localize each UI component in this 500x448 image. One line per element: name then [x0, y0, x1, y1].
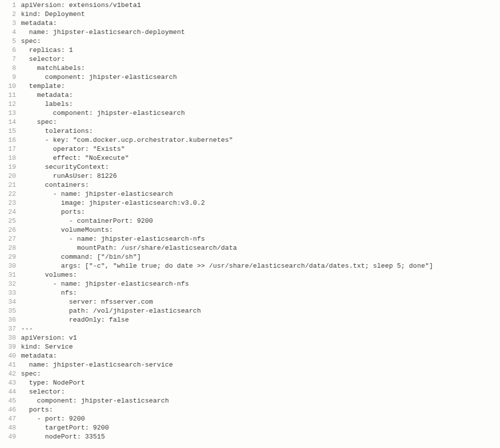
code-line[interactable]: - name: jhipster-elasticsearch-nfs [21, 280, 500, 289]
code-line[interactable]: - port: 9200 [21, 415, 500, 424]
code-line[interactable]: metadata: [21, 91, 500, 100]
code-line[interactable]: metadata: [21, 19, 500, 28]
line-number: 45 [0, 397, 16, 406]
line-number: 49 [0, 433, 16, 442]
code-line[interactable]: readOnly: false [21, 316, 500, 325]
code-line[interactable]: volumes: [21, 271, 500, 280]
code-line[interactable]: - name: jhipster-elasticsearch-nfs [21, 235, 500, 244]
line-number: 8 [0, 64, 16, 73]
line-number: 41 [0, 361, 16, 370]
line-number: 39 [0, 343, 16, 352]
code-line[interactable]: spec: [21, 370, 500, 379]
code-line[interactable]: args: ["-c", "while true; do date >> /us… [21, 262, 500, 271]
line-number: 23 [0, 199, 16, 208]
code-line[interactable]: component: jhipster-elasticsearch [21, 397, 500, 406]
code-line[interactable]: mountPath: /usr/share/elasticsearch/data [21, 244, 500, 253]
code-line[interactable]: - key: "com.docker.ucp.orchestrator.kube… [21, 136, 500, 145]
line-number: 43 [0, 379, 16, 388]
code-line[interactable]: operator: "Exists" [21, 145, 500, 154]
line-number: 29 [0, 253, 16, 262]
code-line[interactable]: ports: [21, 406, 500, 415]
code-line[interactable]: component: jhipster-elasticsearch [21, 109, 500, 118]
line-number: 11 [0, 91, 16, 100]
line-number: 48 [0, 424, 16, 433]
line-number-gutter: 1234567891011121314151617181920212223242… [0, 1, 21, 442]
line-number: 36 [0, 316, 16, 325]
line-number: 46 [0, 406, 16, 415]
code-line[interactable]: name: jhipster-elasticsearch-deployment [21, 28, 500, 37]
line-number: 37 [0, 325, 16, 334]
code-line[interactable]: targetPort: 9200 [21, 424, 500, 433]
line-number: 24 [0, 208, 16, 217]
line-number: 6 [0, 46, 16, 55]
line-number: 38 [0, 334, 16, 343]
line-number: 18 [0, 154, 16, 163]
code-line[interactable]: selector: [21, 388, 500, 397]
code-line[interactable]: kind: Service [21, 343, 500, 352]
line-number: 2 [0, 10, 16, 19]
line-number: 5 [0, 37, 16, 46]
code-line[interactable]: component: jhipster-elasticsearch [21, 73, 500, 82]
code-line[interactable]: matchLabels: [21, 64, 500, 73]
code-line[interactable]: path: /vol/jhipster-elasticsearch [21, 307, 500, 316]
code-line[interactable]: tolerations: [21, 127, 500, 136]
code-editor[interactable]: 1234567891011121314151617181920212223242… [0, 1, 500, 442]
line-number: 7 [0, 55, 16, 64]
code-line[interactable]: --- [21, 325, 500, 334]
line-number: 35 [0, 307, 16, 316]
line-number: 27 [0, 235, 16, 244]
line-number: 19 [0, 163, 16, 172]
line-number: 15 [0, 127, 16, 136]
line-number: 16 [0, 136, 16, 145]
line-number: 31 [0, 271, 16, 280]
code-line[interactable]: type: NodePort [21, 379, 500, 388]
line-number: 14 [0, 118, 16, 127]
line-number: 44 [0, 388, 16, 397]
code-line[interactable]: nfs: [21, 289, 500, 298]
line-number: 20 [0, 172, 16, 181]
code-line[interactable]: command: ["/bin/sh"] [21, 253, 500, 262]
code-line[interactable]: labels: [21, 100, 500, 109]
code-line[interactable]: spec: [21, 37, 500, 46]
line-number: 17 [0, 145, 16, 154]
code-line[interactable]: ports: [21, 208, 500, 217]
code-line[interactable]: - containerPort: 9200 [21, 217, 500, 226]
code-line[interactable]: image: jhipster-elasticsearch:v3.0.2 [21, 199, 500, 208]
line-number: 4 [0, 28, 16, 37]
line-number: 42 [0, 370, 16, 379]
line-number: 21 [0, 181, 16, 190]
code-line[interactable]: effect: "NoExecute" [21, 154, 500, 163]
code-line[interactable]: apiVersion: v1 [21, 334, 500, 343]
code-line[interactable]: volumeMounts: [21, 226, 500, 235]
line-number: 3 [0, 19, 16, 28]
line-number: 9 [0, 73, 16, 82]
line-number: 1 [0, 1, 16, 10]
code-line[interactable]: metadata: [21, 352, 500, 361]
line-number: 10 [0, 82, 16, 91]
code-line[interactable]: securityContext: [21, 163, 500, 172]
line-number: 47 [0, 415, 16, 424]
code-line[interactable]: apiVersion: extensions/v1beta1 [21, 1, 500, 10]
code-line[interactable]: nodePort: 33515 [21, 433, 500, 442]
code-content[interactable]: apiVersion: extensions/v1beta1kind: Depl… [21, 1, 500, 442]
line-number: 22 [0, 190, 16, 199]
line-number: 34 [0, 298, 16, 307]
code-line[interactable]: - name: jhipster-elasticsearch [21, 190, 500, 199]
line-number: 32 [0, 280, 16, 289]
code-line[interactable]: selector: [21, 55, 500, 64]
code-line[interactable]: spec: [21, 118, 500, 127]
line-number: 30 [0, 262, 16, 271]
line-number: 12 [0, 100, 16, 109]
code-line[interactable]: server: nfsserver.com [21, 298, 500, 307]
line-number: 26 [0, 226, 16, 235]
line-number: 33 [0, 289, 16, 298]
code-line[interactable]: containers: [21, 181, 500, 190]
code-line[interactable]: name: jhipster-elasticsearch-service [21, 361, 500, 370]
line-number: 25 [0, 217, 16, 226]
line-number: 40 [0, 352, 16, 361]
line-number: 28 [0, 244, 16, 253]
code-line[interactable]: replicas: 1 [21, 46, 500, 55]
code-line[interactable]: template: [21, 82, 500, 91]
code-line[interactable]: kind: Deployment [21, 10, 500, 19]
code-line[interactable]: runAsUser: 81226 [21, 172, 500, 181]
